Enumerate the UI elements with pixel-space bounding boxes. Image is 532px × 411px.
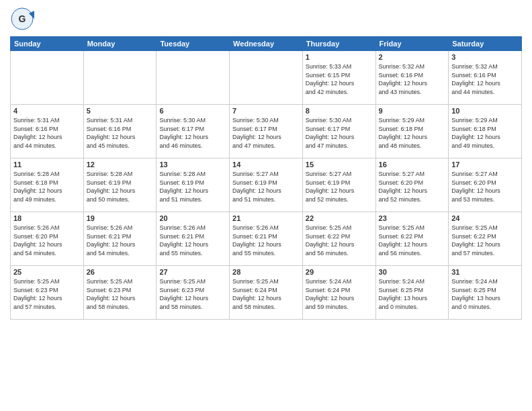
- day-info: Sunrise: 5:28 AM Sunset: 6:18 PM Dayligh…: [13, 170, 81, 203]
- calendar-cell: 1Sunrise: 5:33 AM Sunset: 6:15 PM Daylig…: [302, 51, 375, 105]
- calendar-cell: 5Sunrise: 5:31 AM Sunset: 6:16 PM Daylig…: [83, 105, 157, 158]
- calendar-cell: 29Sunrise: 5:24 AM Sunset: 6:24 PM Dayli…: [302, 266, 375, 320]
- day-header-tuesday: Tuesday: [157, 37, 230, 51]
- calendar-cell: 16Sunrise: 5:27 AM Sunset: 6:20 PM Dayli…: [375, 158, 449, 212]
- calendar-cell: [157, 51, 230, 105]
- day-number: 16: [379, 161, 446, 169]
- calendar-cell: 20Sunrise: 5:26 AM Sunset: 6:21 PM Dayli…: [157, 212, 230, 266]
- day-info: Sunrise: 5:25 AM Sunset: 6:22 PM Dayligh…: [451, 224, 519, 257]
- day-number: 31: [451, 268, 519, 276]
- day-info: Sunrise: 5:24 AM Sunset: 6:24 PM Dayligh…: [306, 277, 373, 311]
- calendar-cell: 24Sunrise: 5:25 AM Sunset: 6:22 PM Dayli…: [449, 212, 522, 266]
- calendar-cell: 27Sunrise: 5:25 AM Sunset: 6:23 PM Dayli…: [157, 266, 230, 320]
- day-number: 28: [232, 268, 300, 276]
- day-number: 1: [306, 53, 373, 61]
- day-number: 30: [379, 268, 446, 276]
- calendar-cell: 18Sunrise: 5:26 AM Sunset: 6:20 PM Dayli…: [11, 212, 84, 266]
- day-number: 2: [379, 53, 446, 61]
- calendar-cell: 22Sunrise: 5:25 AM Sunset: 6:22 PM Dayli…: [302, 212, 375, 266]
- calendar-cell: 23Sunrise: 5:25 AM Sunset: 6:22 PM Dayli…: [375, 212, 449, 266]
- calendar-table: SundayMondayTuesdayWednesdayThursdayFrid…: [10, 36, 522, 320]
- calendar-cell: 10Sunrise: 5:29 AM Sunset: 6:18 PM Dayli…: [449, 105, 522, 158]
- day-info: Sunrise: 5:31 AM Sunset: 6:16 PM Dayligh…: [13, 116, 81, 150]
- day-number: 8: [306, 107, 373, 115]
- calendar-cell: 17Sunrise: 5:27 AM Sunset: 6:20 PM Dayli…: [449, 158, 522, 212]
- day-info: Sunrise: 5:32 AM Sunset: 6:16 PM Dayligh…: [451, 62, 519, 96]
- day-info: Sunrise: 5:32 AM Sunset: 6:16 PM Dayligh…: [379, 62, 446, 96]
- calendar-container: G SundayMondayTuesdayWednesdayThursdayFr…: [0, 0, 532, 411]
- day-number: 27: [159, 268, 226, 276]
- header: G: [10, 7, 522, 31]
- svg-text:G: G: [19, 13, 26, 24]
- day-number: 5: [87, 107, 154, 115]
- day-number: 9: [379, 107, 446, 115]
- day-info: Sunrise: 5:27 AM Sunset: 6:20 PM Dayligh…: [379, 170, 446, 203]
- day-info: Sunrise: 5:27 AM Sunset: 6:19 PM Dayligh…: [306, 170, 373, 203]
- day-header-monday: Monday: [83, 37, 157, 51]
- day-number: 23: [379, 214, 446, 222]
- day-info: Sunrise: 5:30 AM Sunset: 6:17 PM Dayligh…: [306, 116, 373, 150]
- day-header-sunday: Sunday: [11, 37, 84, 51]
- calendar-cell: 28Sunrise: 5:25 AM Sunset: 6:24 PM Dayli…: [230, 266, 303, 320]
- calendar-cell: 19Sunrise: 5:26 AM Sunset: 6:21 PM Dayli…: [83, 212, 157, 266]
- day-number: 17: [451, 161, 519, 169]
- day-number: 4: [13, 107, 81, 115]
- day-info: Sunrise: 5:27 AM Sunset: 6:20 PM Dayligh…: [451, 170, 519, 203]
- day-number: 15: [306, 161, 373, 169]
- day-info: Sunrise: 5:24 AM Sunset: 6:25 PM Dayligh…: [379, 277, 446, 311]
- day-info: Sunrise: 5:27 AM Sunset: 6:19 PM Dayligh…: [232, 170, 300, 203]
- day-info: Sunrise: 5:30 AM Sunset: 6:17 PM Dayligh…: [232, 116, 300, 150]
- day-number: 26: [87, 268, 154, 276]
- calendar-cell: 12Sunrise: 5:28 AM Sunset: 6:19 PM Dayli…: [83, 158, 157, 212]
- day-info: Sunrise: 5:31 AM Sunset: 6:16 PM Dayligh…: [87, 116, 154, 150]
- day-number: 24: [451, 214, 519, 222]
- logo-icon: G: [10, 7, 34, 31]
- calendar-cell: 2Sunrise: 5:32 AM Sunset: 6:16 PM Daylig…: [375, 51, 449, 105]
- calendar-cell: 31Sunrise: 5:24 AM Sunset: 6:25 PM Dayli…: [449, 266, 522, 320]
- calendar-cell: 8Sunrise: 5:30 AM Sunset: 6:17 PM Daylig…: [302, 105, 375, 158]
- day-number: 20: [159, 214, 226, 222]
- day-info: Sunrise: 5:33 AM Sunset: 6:15 PM Dayligh…: [306, 62, 373, 96]
- calendar-cell: [11, 51, 84, 105]
- calendar-cell: [83, 51, 157, 105]
- day-info: Sunrise: 5:26 AM Sunset: 6:21 PM Dayligh…: [159, 224, 226, 257]
- day-number: 21: [232, 214, 300, 222]
- calendar-cell: 9Sunrise: 5:29 AM Sunset: 6:18 PM Daylig…: [375, 105, 449, 158]
- day-info: Sunrise: 5:28 AM Sunset: 6:19 PM Dayligh…: [87, 170, 154, 203]
- calendar-cell: 7Sunrise: 5:30 AM Sunset: 6:17 PM Daylig…: [230, 105, 303, 158]
- day-info: Sunrise: 5:25 AM Sunset: 6:23 PM Dayligh…: [87, 277, 154, 311]
- day-number: 7: [232, 107, 300, 115]
- day-number: 29: [306, 268, 373, 276]
- calendar-cell: 3Sunrise: 5:32 AM Sunset: 6:16 PM Daylig…: [449, 51, 522, 105]
- day-number: 25: [13, 268, 81, 276]
- day-info: Sunrise: 5:25 AM Sunset: 6:22 PM Dayligh…: [379, 224, 446, 257]
- day-number: 6: [159, 107, 226, 115]
- calendar-cell: 4Sunrise: 5:31 AM Sunset: 6:16 PM Daylig…: [11, 105, 84, 158]
- day-info: Sunrise: 5:26 AM Sunset: 6:21 PM Dayligh…: [232, 224, 300, 257]
- calendar-cell: 26Sunrise: 5:25 AM Sunset: 6:23 PM Dayli…: [83, 266, 157, 320]
- day-number: 10: [451, 107, 519, 115]
- day-info: Sunrise: 5:30 AM Sunset: 6:17 PM Dayligh…: [159, 116, 226, 150]
- day-header-saturday: Saturday: [449, 37, 522, 51]
- day-info: Sunrise: 5:26 AM Sunset: 6:20 PM Dayligh…: [13, 224, 81, 257]
- day-info: Sunrise: 5:25 AM Sunset: 6:23 PM Dayligh…: [159, 277, 226, 311]
- calendar-cell: 15Sunrise: 5:27 AM Sunset: 6:19 PM Dayli…: [302, 158, 375, 212]
- day-header-friday: Friday: [375, 37, 449, 51]
- day-info: Sunrise: 5:29 AM Sunset: 6:18 PM Dayligh…: [379, 116, 446, 150]
- calendar-cell: 14Sunrise: 5:27 AM Sunset: 6:19 PM Dayli…: [230, 158, 303, 212]
- logo: G: [10, 7, 37, 31]
- day-info: Sunrise: 5:25 AM Sunset: 6:23 PM Dayligh…: [13, 277, 81, 311]
- day-number: 11: [13, 161, 81, 169]
- calendar-cell: 25Sunrise: 5:25 AM Sunset: 6:23 PM Dayli…: [11, 266, 84, 320]
- day-number: 19: [87, 214, 154, 222]
- day-info: Sunrise: 5:26 AM Sunset: 6:21 PM Dayligh…: [87, 224, 154, 257]
- day-info: Sunrise: 5:25 AM Sunset: 6:22 PM Dayligh…: [306, 224, 373, 257]
- day-number: 3: [451, 53, 519, 61]
- calendar-cell: 30Sunrise: 5:24 AM Sunset: 6:25 PM Dayli…: [375, 266, 449, 320]
- calendar-cell: 21Sunrise: 5:26 AM Sunset: 6:21 PM Dayli…: [230, 212, 303, 266]
- day-info: Sunrise: 5:25 AM Sunset: 6:24 PM Dayligh…: [232, 277, 300, 311]
- day-header-wednesday: Wednesday: [230, 37, 303, 51]
- day-number: 13: [159, 161, 226, 169]
- day-info: Sunrise: 5:28 AM Sunset: 6:19 PM Dayligh…: [159, 170, 226, 203]
- day-number: 22: [306, 214, 373, 222]
